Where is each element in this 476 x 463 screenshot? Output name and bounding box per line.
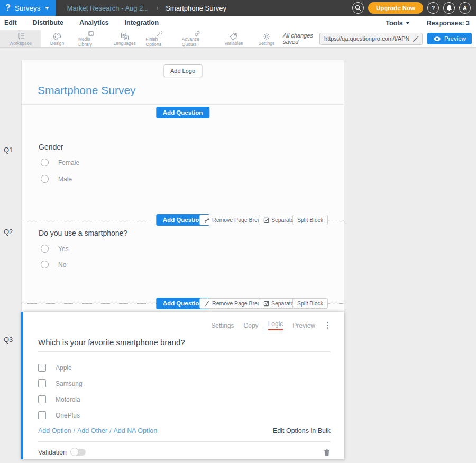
checkbox-checked-icon [263, 301, 269, 307]
languages-icon [120, 32, 130, 41]
option-label: Male [58, 175, 72, 183]
checkbox-icon[interactable] [38, 364, 46, 372]
trash-icon [323, 448, 331, 457]
radio-icon[interactable] [41, 261, 49, 268]
preview-button[interactable]: Preview [427, 33, 472, 44]
page-break-icon [204, 301, 210, 307]
survey-canvas: Q1 Q2 Q3 Add Logo Smartphone Survey Add … [0, 48, 476, 463]
checkbox-icon[interactable] [38, 395, 46, 403]
more-options-kebab-icon[interactable] [327, 325, 328, 326]
option-row[interactable]: Samsung [38, 379, 331, 387]
toolbar-item-label: Languages [114, 41, 136, 46]
toolbar-item-variables[interactable]: Variables [217, 30, 250, 47]
option-row[interactable]: Male [41, 175, 72, 183]
option-label: Yes [58, 245, 69, 253]
toolbar-item-languages[interactable]: Languages [108, 30, 141, 47]
remove-page-break-button[interactable]: Remove Page Break [199, 215, 268, 225]
chevron-down-icon [406, 22, 410, 24]
edit-url-pencil-icon[interactable] [412, 35, 419, 43]
remove-page-break-label: Remove Page Break [212, 300, 263, 307]
option-label: Female [58, 159, 79, 166]
question-text-q3[interactable]: Which is your favorite smartphone brand? [38, 338, 331, 352]
question-number-q3: Q3 [4, 336, 13, 344]
page-break-icon [204, 217, 210, 223]
radio-icon[interactable] [41, 245, 49, 253]
gear-icon [262, 32, 271, 41]
option-row[interactable]: No [41, 261, 66, 268]
option-row[interactable]: Apple [38, 364, 331, 372]
toolbar-item-label: Advance Quotas [182, 36, 213, 47]
help-icon: ? [432, 5, 435, 11]
breadcrumb-project[interactable]: Market Research - Aug 2... [67, 4, 149, 12]
preview-label: Preview [444, 35, 466, 42]
split-block-button[interactable]: Split Block [292, 298, 328, 309]
add-logo-button[interactable]: Add Logo [163, 64, 202, 77]
toggle-knob [70, 448, 79, 456]
tab-integration[interactable]: Integration [125, 19, 159, 27]
toolbar-item-label: Media Library [78, 36, 104, 47]
survey-url-input[interactable] [319, 33, 423, 45]
tools-menu[interactable]: Tools [386, 20, 409, 27]
question-text-q2[interactable]: Do you use a smartphone? [39, 229, 127, 237]
radio-icon[interactable] [41, 159, 49, 166]
split-block-label: Split Block [297, 300, 323, 307]
edit-options-in-bulk-link[interactable]: Edit Options in Bulk [273, 427, 331, 434]
checkbox-icon[interactable] [38, 379, 46, 387]
validation-label: Validation [38, 449, 67, 456]
option-row[interactable]: OnePlus [38, 411, 331, 419]
survey-title[interactable]: Smartphone Survey [38, 84, 136, 97]
question-action-menu: Settings Copy Logic Preview [38, 312, 331, 330]
option-links-row: Add Option / Add Other / Add NA Option E… [38, 427, 331, 434]
split-block-button[interactable]: Split Block [292, 215, 328, 225]
surveys-menu[interactable]: ? Surveys [0, 0, 56, 16]
delete-question-button[interactable] [323, 448, 331, 457]
checkbox-checked-icon [263, 217, 269, 223]
avatar[interactable]: A [459, 2, 471, 14]
tab-distribute[interactable]: Distribute [33, 19, 63, 27]
nav-right: Tools Responses: 3 [386, 20, 470, 27]
notifications-button[interactable] [443, 2, 455, 14]
question-copy-link[interactable]: Copy [244, 322, 259, 329]
toolbar-item-finish-options[interactable]: Finish Options [141, 30, 177, 47]
toolbar-item-advance-quotas[interactable]: Advance Quotas [177, 30, 217, 47]
workspace-icon [16, 32, 25, 41]
question-number-q1: Q1 [4, 146, 13, 154]
survey-url-wrap [319, 33, 423, 45]
upgrade-now-button[interactable]: Upgrade Now [368, 2, 423, 14]
question-preview-link[interactable]: Preview [292, 322, 315, 329]
remove-page-break-button[interactable]: Remove Page Break [199, 298, 268, 309]
toolbar-right: All changes saved Preview [283, 30, 476, 47]
nav-tabs: Edit Distribute Analytics Integration [4, 19, 159, 27]
toolbar-item-label: Workspace [9, 41, 31, 46]
toolbar-item-workspace[interactable]: Workspace [0, 30, 41, 47]
toolbar-item-label: Design [50, 41, 64, 46]
breadcrumb-separator-icon: › [156, 4, 158, 12]
validation-toggle[interactable] [71, 449, 86, 456]
bell-icon [446, 5, 452, 11]
checkbox-icon[interactable] [38, 411, 46, 419]
save-status: All changes saved [283, 32, 315, 45]
toolbar-item-settings[interactable]: Settings [250, 30, 283, 47]
option-row[interactable]: Motorola [38, 395, 331, 403]
breadcrumb: Market Research - Aug 2... › Smartphone … [67, 4, 227, 12]
question-text-q1[interactable]: Gender [39, 143, 63, 151]
add-na-option-link[interactable]: Add NA Option [114, 427, 158, 434]
tab-edit[interactable]: Edit [4, 19, 17, 27]
radio-icon[interactable] [41, 175, 49, 183]
breadcrumb-survey[interactable]: Smartphone Survey [166, 4, 226, 12]
search-button[interactable] [352, 2, 364, 14]
toolbar-item-design[interactable]: Design [41, 30, 74, 47]
option-row[interactable]: Female [41, 159, 79, 166]
validation-control: Validation [38, 449, 86, 456]
toolbar-item-media-library[interactable]: Media Library [74, 30, 108, 47]
responses-count[interactable]: Responses: 3 [427, 20, 470, 27]
option-row[interactable]: Yes [41, 245, 69, 253]
toolbar-item-label: Settings [259, 41, 275, 46]
add-option-link[interactable]: Add Option [38, 427, 71, 434]
question-settings-link[interactable]: Settings [211, 322, 234, 329]
question-logic-link[interactable]: Logic [268, 320, 283, 330]
add-question-button[interactable]: Add Question [156, 107, 209, 118]
tab-analytics[interactable]: Analytics [79, 19, 109, 27]
add-other-link[interactable]: Add Other [77, 427, 107, 434]
help-button[interactable]: ? [427, 2, 439, 14]
